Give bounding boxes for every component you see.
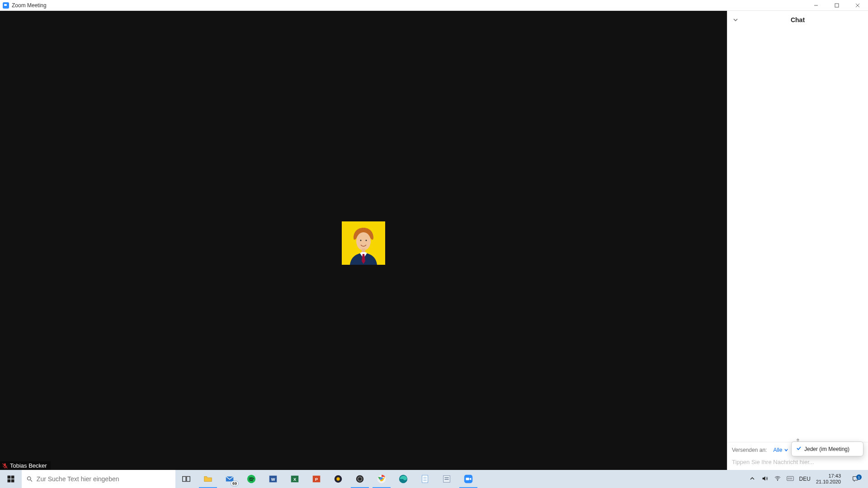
taskbar-app-generic-2[interactable]	[436, 470, 458, 488]
svg-line-16	[30, 480, 32, 482]
taskbar-app-word[interactable]: W	[262, 470, 284, 488]
chat-header: Chat	[727, 11, 868, 29]
chat-message-list	[727, 29, 868, 442]
start-button[interactable]	[0, 470, 22, 488]
svg-point-3	[360, 240, 362, 241]
mail-badge: 69	[231, 481, 239, 486]
chat-message-input[interactable]	[732, 459, 863, 465]
svg-rect-5	[362, 249, 365, 252]
send-to-dropdown[interactable]: Alle	[770, 446, 791, 454]
volume-icon	[761, 475, 769, 482]
taskbar-app-powerpoint[interactable]: P	[306, 470, 327, 488]
tray-show-hidden-icons[interactable]	[749, 475, 756, 483]
send-to-menu[interactable]: Jeder (im Meeting)	[791, 441, 863, 456]
tray-language[interactable]: DEU	[799, 476, 811, 482]
svg-point-4	[366, 240, 367, 241]
taskbar-app-zoom[interactable]	[458, 470, 479, 488]
svg-point-43	[777, 480, 778, 481]
window-title: Zoom Meeting	[12, 2, 47, 9]
content-area: Tobias Becker Chat ⇕ Versenden an: Alle	[0, 11, 868, 470]
svg-rect-0	[835, 4, 839, 7]
chat-collapse-button[interactable]	[732, 16, 739, 23]
send-to-label: Versenden an:	[732, 447, 767, 453]
svg-rect-18	[187, 477, 190, 482]
svg-rect-14	[11, 479, 14, 483]
window-close-button[interactable]	[847, 0, 868, 11]
send-to-menu-item-everyone[interactable]: Jeder (im Meeting)	[792, 444, 863, 454]
svg-rect-42	[466, 478, 469, 480]
check-icon	[796, 446, 802, 452]
windows-taskbar: 69 W X P	[0, 470, 868, 488]
chrome-icon	[377, 474, 387, 484]
task-view-button[interactable]	[175, 470, 197, 488]
taskbar-app-generic-1[interactable]	[327, 470, 349, 488]
taskbar-search-input[interactable]	[37, 475, 171, 483]
tray-input-indicator[interactable]	[787, 475, 794, 483]
svg-rect-13	[8, 479, 11, 483]
word-icon: W	[268, 474, 278, 484]
svg-text:P: P	[315, 477, 318, 482]
taskbar-app-mail[interactable]: 69	[219, 470, 241, 488]
chevron-up-icon	[749, 475, 756, 482]
window-minimize-button[interactable]	[806, 0, 826, 11]
spotify-icon	[246, 474, 256, 484]
chat-footer: ⇕ Versenden an: Alle Datei	[727, 442, 868, 470]
svg-point-2	[356, 232, 371, 250]
svg-point-29	[356, 475, 364, 483]
taskbar-app-edge[interactable]	[392, 470, 414, 488]
window-maximize-button[interactable]	[826, 0, 847, 11]
taskbar-app-explorer[interactable]	[197, 470, 219, 488]
task-view-icon	[181, 474, 191, 484]
chevron-down-icon	[784, 448, 788, 452]
powerpoint-icon: P	[311, 474, 321, 484]
chat-header-title: Chat	[791, 16, 805, 23]
svg-rect-44	[787, 476, 793, 480]
notification-badge: 1	[856, 474, 862, 480]
system-tray: DEU 17:43 21.10.2020 1	[743, 470, 868, 488]
taskbar-app-obs[interactable]	[349, 470, 371, 488]
zoom-app-icon	[3, 2, 9, 9]
send-to-value: Alle	[773, 447, 782, 453]
taskbar-app-excel[interactable]: X	[284, 470, 306, 488]
notepad-icon	[420, 474, 430, 484]
svg-rect-11	[8, 476, 11, 479]
svg-rect-12	[11, 476, 14, 479]
chat-panel: Chat ⇕ Versenden an: Alle Datei	[727, 11, 868, 470]
keyboard-icon	[787, 475, 794, 482]
svg-point-15	[27, 477, 30, 480]
tray-time: 17:43	[816, 473, 841, 479]
edge-icon	[398, 474, 408, 484]
svg-point-28	[336, 477, 340, 480]
windows-logo-icon	[7, 475, 15, 483]
tray-date: 21.10.2020	[816, 479, 841, 485]
wifi-icon	[774, 475, 781, 482]
app-icon	[442, 474, 452, 484]
video-area: Tobias Becker	[0, 11, 727, 470]
tray-action-center[interactable]: 1	[846, 475, 864, 483]
participant-name-text: Tobias Becker	[10, 462, 47, 469]
participant-name-label: Tobias Becker	[0, 461, 51, 470]
tray-wifi[interactable]	[774, 475, 781, 483]
participant-avatar	[342, 221, 385, 265]
taskbar-app-chrome[interactable]	[371, 470, 392, 488]
taskbar-search[interactable]	[22, 470, 175, 488]
send-to-menu-item-label: Jeder (im Meeting)	[804, 446, 849, 452]
svg-rect-17	[183, 477, 186, 482]
svg-text:W: W	[271, 477, 275, 482]
tray-clock[interactable]: 17:43 21.10.2020	[816, 473, 841, 485]
obs-icon	[355, 474, 365, 484]
tray-volume[interactable]	[761, 475, 769, 483]
svg-rect-40	[444, 479, 448, 480]
mic-muted-icon	[2, 463, 8, 469]
zoom-icon	[463, 474, 473, 484]
excel-icon: X	[290, 474, 300, 484]
window-titlebar: Zoom Meeting	[0, 0, 868, 11]
folder-icon	[203, 474, 213, 484]
taskbar-apps: 69 W X P	[175, 470, 479, 488]
search-icon	[26, 475, 33, 483]
taskbar-app-notepad[interactable]	[414, 470, 436, 488]
svg-text:X: X	[293, 477, 297, 482]
svg-rect-39	[444, 477, 448, 478]
app-icon	[333, 474, 343, 484]
taskbar-app-spotify[interactable]	[241, 470, 262, 488]
